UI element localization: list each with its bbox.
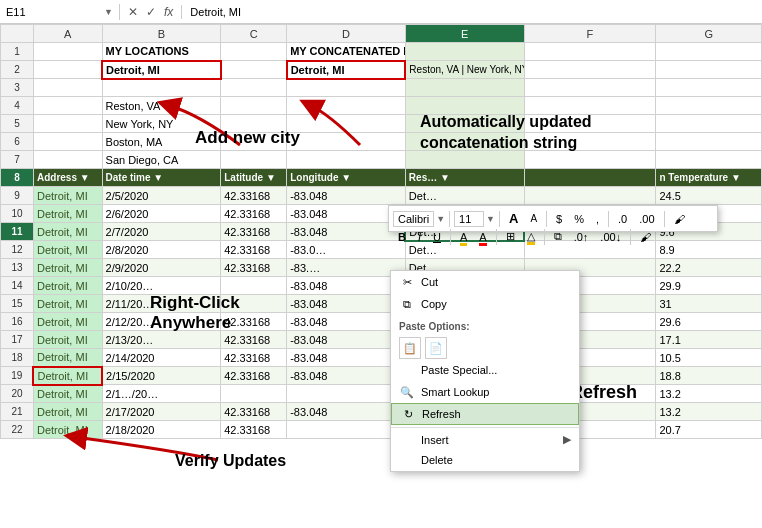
cell-C5[interactable] [221, 115, 287, 133]
cell-D1[interactable]: MY CONCATENATED LIST [287, 43, 406, 61]
font-color-btn[interactable]: A [474, 229, 491, 245]
cell-C9[interactable]: 42.33168 [221, 187, 287, 205]
cell-G4[interactable] [656, 97, 762, 115]
paste-special-menu-item[interactable]: Paste Special... [391, 359, 579, 381]
decrease-decimal-btn[interactable]: .00 [634, 211, 659, 227]
refresh-menu-item[interactable]: ↻ Refresh [391, 403, 579, 425]
underline-btn[interactable]: U [428, 229, 446, 245]
copy-menu-item[interactable]: ⧉ Copy [391, 293, 579, 315]
cell-G19[interactable]: 18.8 [656, 367, 762, 385]
cell-G12[interactable]: 8.9 [656, 241, 762, 259]
cell-E6[interactable] [405, 133, 524, 151]
cell-D22[interactable] [287, 421, 406, 439]
cell-A22[interactable]: Detroit, MI [33, 421, 102, 439]
cell-B15[interactable]: 2/11/20… [102, 295, 221, 313]
cell-G13[interactable]: 22.2 [656, 259, 762, 277]
increase-decimal-btn[interactable]: .0 [613, 211, 632, 227]
cell-A18[interactable]: Detroit, MI [33, 349, 102, 367]
cell-D14[interactable]: -83.048 [287, 277, 406, 295]
cell-D8[interactable]: Longitude ▼ [287, 169, 406, 187]
cell-B7[interactable]: San Diego, CA [102, 151, 221, 169]
cell-G20[interactable]: 13.2 [656, 385, 762, 403]
cell-E3[interactable] [405, 79, 524, 97]
cell-C20[interactable] [221, 385, 287, 403]
cell-F5[interactable] [524, 115, 656, 133]
dollar-btn[interactable]: $ [551, 211, 567, 227]
cell-A3[interactable] [33, 79, 102, 97]
cell-G6[interactable] [656, 133, 762, 151]
comma-btn[interactable]: , [591, 211, 604, 227]
cell-A1[interactable] [33, 43, 102, 61]
cell-D16[interactable]: -83.048 [287, 313, 406, 331]
cell-D18[interactable]: -83.048 [287, 349, 406, 367]
cell-D6[interactable] [287, 133, 406, 151]
cell-B21[interactable]: 2/17/2020 [102, 403, 221, 421]
cell-B12[interactable]: 2/8/2020 [102, 241, 221, 259]
cell-A7[interactable] [33, 151, 102, 169]
cell-B5[interactable]: New York, NY [102, 115, 221, 133]
cell-B4[interactable]: Reston, VA [102, 97, 221, 115]
cut-menu-item[interactable]: ✂ Cut [391, 271, 579, 293]
cell-D17[interactable]: -83.048 [287, 331, 406, 349]
cell-F3[interactable] [524, 79, 656, 97]
cell-D3[interactable] [287, 79, 406, 97]
cell-E1[interactable] [405, 43, 524, 61]
cell-C3[interactable] [221, 79, 287, 97]
cell-G16[interactable]: 29.6 [656, 313, 762, 331]
cell-G5[interactable] [656, 115, 762, 133]
cell-E8[interactable]: Res… ▼ [405, 169, 524, 187]
cell-C1[interactable] [221, 43, 287, 61]
col-G[interactable]: G [656, 25, 762, 43]
cell-B16[interactable]: 2/12/20… [102, 313, 221, 331]
cell-G18[interactable]: 10.5 [656, 349, 762, 367]
delete-menu-item[interactable]: Delete [391, 449, 579, 471]
cell-E9[interactable]: Det… [405, 187, 524, 205]
smart-lookup-menu-item[interactable]: 🔍 Smart Lookup [391, 381, 579, 403]
cell-B22[interactable]: 2/18/2020 [102, 421, 221, 439]
cell-B13[interactable]: 2/9/2020 [102, 259, 221, 277]
cell-B8[interactable]: Date time ▼ [102, 169, 221, 187]
cell-D21[interactable]: -83.048 [287, 403, 406, 421]
fill-color-btn[interactable]: △ [522, 228, 540, 245]
cell-A5[interactable] [33, 115, 102, 133]
decrease-decimal2-btn[interactable]: .00↓ [595, 229, 626, 245]
cell-E7[interactable] [405, 151, 524, 169]
paint-format-btn[interactable]: 🖌 [669, 211, 690, 227]
cell-B1[interactable]: MY LOCATIONS [102, 43, 221, 61]
cell-D19[interactable]: -83.048 [287, 367, 406, 385]
paint-format2-btn[interactable]: 🖌 [635, 229, 656, 245]
cell-A4[interactable] [33, 97, 102, 115]
cell-A17[interactable]: Detroit, MI [33, 331, 102, 349]
cell-F6[interactable] [524, 133, 656, 151]
cell-B18[interactable]: 2/14/2020 [102, 349, 221, 367]
cell-A6[interactable] [33, 133, 102, 151]
cell-D12[interactable]: -83.0… [287, 241, 406, 259]
cell-C22[interactable]: 42.33168 [221, 421, 287, 439]
cell-F1[interactable] [524, 43, 656, 61]
cell-B10[interactable]: 2/6/2020 [102, 205, 221, 223]
cell-C15[interactable] [221, 295, 287, 313]
cancel-icon[interactable]: ✕ [126, 5, 140, 19]
cell-E4[interactable] [405, 97, 524, 115]
cell-G14[interactable]: 29.9 [656, 277, 762, 295]
cell-D5[interactable] [287, 115, 406, 133]
cell-A20[interactable]: Detroit, MI [33, 385, 102, 403]
cell-A14[interactable]: Detroit, MI [33, 277, 102, 295]
cell-C16[interactable]: 42.33168 [221, 313, 287, 331]
name-box[interactable]: E11 ▼ [0, 4, 120, 20]
cell-G15[interactable]: 31 [656, 295, 762, 313]
decrease-font-btn[interactable]: A [525, 211, 542, 226]
cell-C10[interactable]: 42.33168 [221, 205, 287, 223]
cell-A11[interactable]: Detroit, MI [33, 223, 102, 241]
cell-F7[interactable] [524, 151, 656, 169]
highlight-color-btn[interactable]: A [455, 229, 472, 245]
col-E[interactable]: E [405, 25, 524, 43]
cell-G7[interactable] [656, 151, 762, 169]
cell-E2[interactable]: Reston, VA | New York, NY | Boston, MA |… [405, 61, 524, 79]
col-D[interactable]: D [287, 25, 406, 43]
insert-menu-item[interactable]: Insert ▶ [391, 427, 579, 449]
cell-D4[interactable] [287, 97, 406, 115]
cell-E5[interactable] [405, 115, 524, 133]
cell-D9[interactable]: -83.048 [287, 187, 406, 205]
cell-C4[interactable] [221, 97, 287, 115]
